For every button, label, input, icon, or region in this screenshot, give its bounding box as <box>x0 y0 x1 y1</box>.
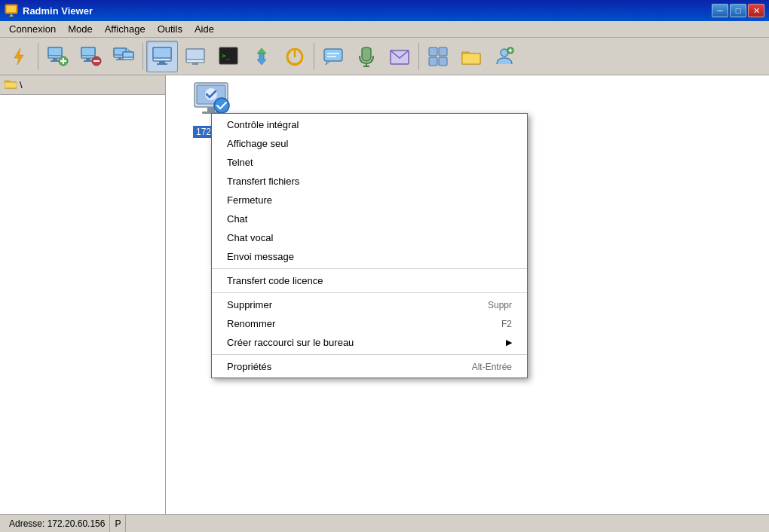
ctx-chat-vocal[interactable]: Chat vocal <box>212 228 527 247</box>
toolbar-full-control-button[interactable] <box>146 41 178 72</box>
toolbar-transfer-button[interactable] <box>246 41 277 72</box>
main-area: \ <box>0 75 769 514</box>
svg-rect-14 <box>84 60 93 62</box>
app-icon <box>5 4 18 17</box>
close-button[interactable]: ✕ <box>748 4 764 17</box>
ctx-envoi-message[interactable]: Envoi message <box>212 247 527 266</box>
breadcrumb-folder-icon <box>5 78 17 91</box>
svg-rect-5 <box>48 47 62 56</box>
ctx-supprimer[interactable]: Supprimer Suppr <box>212 295 527 314</box>
ctx-transfert-licence[interactable]: Transfert code licence <box>212 271 527 290</box>
svg-rect-48 <box>462 54 480 64</box>
ctx-affichage-seul[interactable]: Affichage seul <box>212 134 527 153</box>
svg-rect-25 <box>153 47 171 58</box>
menu-bar: Connexion Mode Affichage Outils Aide <box>0 21 769 38</box>
svg-rect-27 <box>157 63 167 65</box>
toolbar-voice-button[interactable] <box>351 41 382 72</box>
menu-aide[interactable]: Aide <box>188 22 220 36</box>
ctx-telnet[interactable]: Telnet <box>212 153 527 172</box>
minimize-button[interactable]: ─ <box>712 4 728 17</box>
toolbar-message-button[interactable] <box>384 41 415 72</box>
svg-marker-3 <box>14 48 23 65</box>
menu-connexion[interactable]: Connexion <box>3 22 62 36</box>
svg-rect-13 <box>86 58 90 60</box>
toolbar-view-only-button[interactable] <box>179 41 211 72</box>
status-info: P <box>110 515 126 532</box>
menu-affichage[interactable]: Affichage <box>99 22 152 36</box>
ctx-sep-3 <box>212 354 527 355</box>
svg-rect-29 <box>186 49 204 60</box>
svg-rect-19 <box>118 57 121 60</box>
svg-rect-37 <box>324 49 342 61</box>
menu-mode[interactable]: Mode <box>62 22 99 36</box>
toolbar-telnet-button[interactable]: >_ <box>213 41 244 72</box>
ctx-sep-1 <box>212 268 527 269</box>
svg-text:>_: >_ <box>222 52 230 60</box>
svg-rect-12 <box>81 47 95 56</box>
ctx-proprietes[interactable]: Propriétés Alt-Entrée <box>212 357 527 376</box>
svg-marker-34 <box>257 54 266 65</box>
right-panel: 172.2... Contrôle intégral Affichage seu… <box>166 75 769 514</box>
toolbar-chat-button[interactable] <box>317 41 349 72</box>
svg-rect-44 <box>429 47 437 56</box>
svg-rect-47 <box>439 57 447 66</box>
toolbar-folder-button[interactable] <box>455 41 487 72</box>
toolbar-user-button[interactable] <box>489 41 520 72</box>
svg-rect-45 <box>439 47 447 56</box>
svg-rect-53 <box>5 82 17 88</box>
svg-marker-2 <box>9 14 14 17</box>
ctx-transfert-fichiers[interactable]: Transfert fichiers <box>212 172 527 191</box>
toolbar-grid-button[interactable] <box>422 41 454 72</box>
svg-rect-46 <box>429 57 437 66</box>
svg-marker-38 <box>326 61 330 65</box>
status-bar: Adresse: 172.20.60.156 P <box>0 514 769 532</box>
breadcrumb-path: \ <box>20 79 23 90</box>
toolbar-lightning-button[interactable] <box>3 41 35 72</box>
svg-rect-1 <box>7 6 16 12</box>
svg-rect-22 <box>123 52 133 57</box>
svg-rect-57 <box>207 107 215 112</box>
ctx-sep-2 <box>212 292 527 293</box>
svg-rect-26 <box>159 61 165 63</box>
ctx-creer-raccourci[interactable]: Créer raccourci sur le bureau ▶ <box>212 333 527 352</box>
toolbar-connect-button[interactable] <box>108 41 139 72</box>
svg-rect-7 <box>51 60 60 62</box>
toolbar-add-computer-button[interactable] <box>41 41 73 72</box>
title-bar: Radmin Viewer ─ □ ✕ <box>0 0 769 21</box>
svg-rect-30 <box>192 63 198 65</box>
toolbar-remove-computer-button[interactable] <box>75 41 106 72</box>
menu-outils[interactable]: Outils <box>152 22 188 36</box>
toolbar: >_ <box>0 38 769 75</box>
ctx-controle-integral[interactable]: Contrôle intégral <box>212 115 527 134</box>
breadcrumb-bar: \ <box>0 75 165 95</box>
svg-rect-6 <box>53 58 57 60</box>
left-panel: \ <box>0 75 166 514</box>
status-address: Adresse: 172.20.60.156 <box>5 515 110 532</box>
ctx-renommer[interactable]: Renommer F2 <box>212 314 527 333</box>
toolbar-power-button[interactable] <box>279 41 311 72</box>
context-menu: Contrôle intégral Affichage seul Telnet … <box>211 113 528 378</box>
ctx-fermeture[interactable]: Fermeture <box>212 191 527 209</box>
restore-button[interactable]: □ <box>730 4 746 17</box>
ctx-chat[interactable]: Chat <box>212 209 527 228</box>
app-title: Radmin Viewer <box>23 5 710 17</box>
